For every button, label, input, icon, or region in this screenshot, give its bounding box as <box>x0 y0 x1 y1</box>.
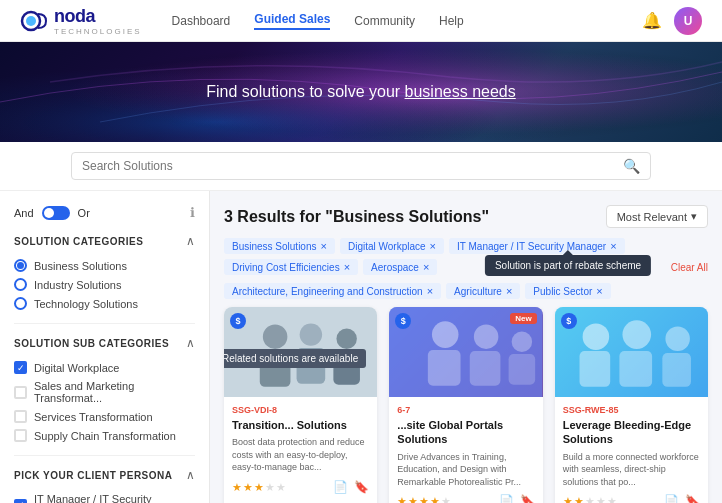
filter-tags-row2: Architecture, Engineering and Constructi… <box>224 283 708 299</box>
card-3-stars: ★★★★★ <box>563 495 617 503</box>
remove-tag-driving-cost[interactable]: × <box>344 261 350 273</box>
filter-tag-aerospace[interactable]: Aerospace × <box>363 259 437 275</box>
checkbox-supply-chain[interactable] <box>14 429 27 442</box>
main-content: And Or ℹ SOLUTION CATEGORIES ∧ Business … <box>0 191 722 503</box>
nav-guided-sales[interactable]: Guided Sales <box>254 12 330 30</box>
card-1-document-icon[interactable]: 📄 <box>333 480 348 494</box>
solution-sub-categories-chevron[interactable]: ∧ <box>186 336 195 350</box>
nav-help[interactable]: Help <box>439 14 464 28</box>
and-label: And <box>14 207 34 219</box>
card-2-title: ...site Global Portals Solutions <box>397 418 534 447</box>
svg-point-23 <box>665 326 690 351</box>
pick-persona-chevron[interactable]: ∧ <box>186 468 195 482</box>
or-label: Or <box>78 207 90 219</box>
checkbox-it-manager[interactable]: ✓ <box>14 499 27 504</box>
sort-dropdown[interactable]: Most Relevant ▾ <box>606 205 708 228</box>
card-1-bookmark-icon[interactable]: 🔖 <box>354 480 369 494</box>
filter-option-it-manager[interactable]: ✓ IT Manager / IT Security Manager <box>14 490 195 503</box>
solution-categories-chevron[interactable]: ∧ <box>186 234 195 248</box>
radio-technology-solutions[interactable] <box>14 297 27 310</box>
nav-community[interactable]: Community <box>354 14 415 28</box>
solution-sub-categories-header: SOLUTION SUB CATEGORIES ∧ <box>14 336 195 350</box>
card-2-body: 6-7 ...site Global Portals Solutions Dri… <box>389 397 542 503</box>
card-1-stars: ★★★★★ <box>232 481 286 494</box>
remove-tag-it-manager[interactable]: × <box>610 240 616 252</box>
clear-all-button[interactable]: Clear All <box>671 262 708 273</box>
remove-tag-architecture[interactable]: × <box>427 285 433 297</box>
filter-tag-driving-cost[interactable]: Driving Cost Efficiencies × <box>224 259 358 275</box>
card-2-document-icon[interactable]: 📄 <box>499 494 514 503</box>
radio-industry-solutions[interactable] <box>14 278 27 291</box>
card-3-id: SSG-RWE-85 <box>563 405 700 415</box>
remove-tag-digital-workplace[interactable]: × <box>430 240 436 252</box>
filter-tag-it-manager[interactable]: IT Manager / IT Security Manager × <box>449 238 625 254</box>
label-digital-workplace: Digital Workplace <box>34 362 119 374</box>
card-3-actions: 📄 🔖 <box>664 494 700 503</box>
card-2-desc: Drive Advances in Training, Education, a… <box>397 451 534 489</box>
checkbox-digital-workplace[interactable]: ✓ <box>14 361 27 374</box>
nav-right: 🔔 U <box>642 7 702 35</box>
remove-tag-agriculture[interactable]: × <box>506 285 512 297</box>
tooltip-rebate-scheme: Solution is part of rebate scheme <box>485 255 651 276</box>
card-1-id: SSG-VDI-8 <box>232 405 369 415</box>
svg-point-12 <box>432 321 459 348</box>
search-bar-area: 🔍 <box>0 142 722 191</box>
label-services-transformation: Services Transformation <box>34 411 153 423</box>
card-3-bookmark-icon[interactable]: 🔖 <box>685 494 700 503</box>
filter-option-digital-workplace[interactable]: ✓ Digital Workplace <box>14 358 195 377</box>
svg-rect-17 <box>509 354 536 385</box>
checkbox-services-transformation[interactable] <box>14 410 27 423</box>
card-3-document-icon[interactable]: 📄 <box>664 494 679 503</box>
card-2: $ New 6-7 ...site Global Portals Solutio… <box>389 307 542 503</box>
filter-option-business-solutions[interactable]: Business Solutions <box>14 256 195 275</box>
card-2-footer: ★★★★★ 📄 🔖 <box>397 494 534 503</box>
svg-point-19 <box>582 323 609 350</box>
nav-dashboard[interactable]: Dashboard <box>172 14 231 28</box>
search-input[interactable] <box>82 159 623 173</box>
filter-tag-business-solutions[interactable]: Business Solutions × <box>224 238 335 254</box>
persona-list: ✓ IT Manager / IT Security Manager <box>14 490 195 503</box>
svg-rect-15 <box>470 351 501 386</box>
remove-tag-public-sector[interactable]: × <box>596 285 602 297</box>
logo-icon <box>20 10 52 32</box>
remove-tag-aerospace[interactable]: × <box>423 261 429 273</box>
card-3-body: SSG-RWE-85 Leverage Bleeding-Edge Soluti… <box>555 397 708 503</box>
notification-bell-icon[interactable]: 🔔 <box>642 11 662 30</box>
cards-grid: $ Related solutions are available SSG-VD… <box>224 307 708 503</box>
label-technology-solutions: Technology Solutions <box>34 298 138 310</box>
svg-rect-22 <box>619 351 652 387</box>
filter-option-sales-marketing[interactable]: Sales and Marketing Transformat... <box>14 377 195 407</box>
card-2-bookmark-icon[interactable]: 🔖 <box>520 494 535 503</box>
info-icon[interactable]: ℹ <box>190 205 195 220</box>
filter-option-services-transformation[interactable]: Services Transformation <box>14 407 195 426</box>
solution-categories-header: SOLUTION CATEGORIES ∧ <box>14 234 195 248</box>
svg-point-16 <box>512 332 532 352</box>
divider-1 <box>14 323 195 324</box>
search-icon[interactable]: 🔍 <box>623 158 640 174</box>
card-1-footer: ★★★★★ 📄 🔖 <box>232 480 369 494</box>
filter-tag-agriculture[interactable]: Agriculture × <box>446 283 520 299</box>
search-bar[interactable]: 🔍 <box>71 152 651 180</box>
and-or-toggle[interactable] <box>42 206 70 220</box>
avatar[interactable]: U <box>674 7 702 35</box>
dollar-badge-1: $ <box>230 313 246 329</box>
results-title: 3 Results for "Business Solutions" <box>224 208 489 226</box>
card-2-stars: ★★★★★ <box>397 495 451 503</box>
filter-option-industry-solutions[interactable]: Industry Solutions <box>14 275 195 294</box>
logo-subtitle: TECHNOLOGIES <box>54 27 142 36</box>
card-3-image <box>555 307 708 397</box>
logo-text: noda <box>54 6 95 26</box>
remove-tag-business-solutions[interactable]: × <box>321 240 327 252</box>
filter-option-technology-solutions[interactable]: Technology Solutions <box>14 294 195 313</box>
filter-tag-architecture[interactable]: Architecture, Engineering and Constructi… <box>224 283 441 299</box>
filter-tag-public-sector[interactable]: Public Sector × Solution is part of reba… <box>525 283 610 299</box>
radio-business-solutions[interactable] <box>14 259 27 272</box>
solution-categories-list: Business Solutions Industry Solutions Te… <box>14 256 195 313</box>
filter-option-supply-chain[interactable]: Supply Chain Transformation <box>14 426 195 445</box>
navbar: noda TECHNOLOGIES Dashboard Guided Sales… <box>0 0 722 42</box>
svg-rect-24 <box>662 353 691 387</box>
filter-tag-digital-workplace[interactable]: Digital Workplace × <box>340 238 444 254</box>
checkbox-sales-marketing[interactable] <box>14 386 27 399</box>
svg-point-1 <box>26 16 36 26</box>
new-badge-2: New <box>510 313 536 324</box>
